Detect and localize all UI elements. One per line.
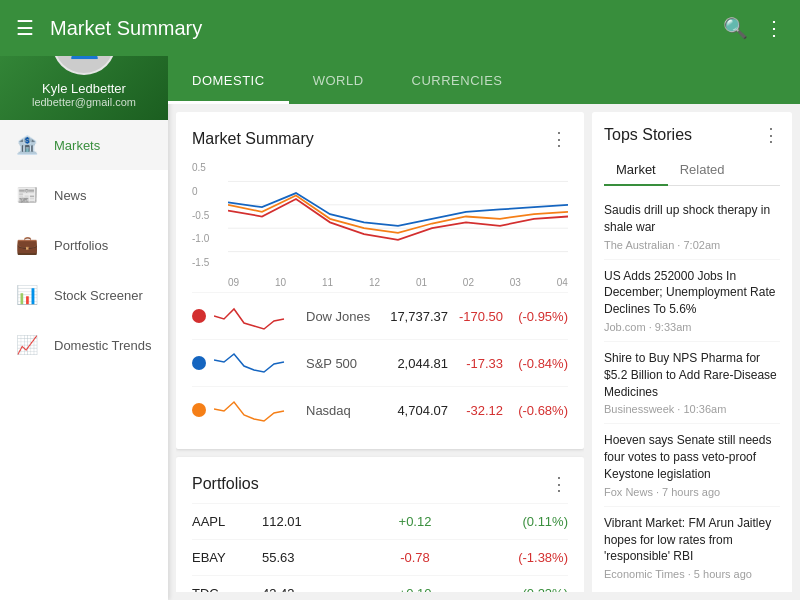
news-item[interactable]: Saudis drill up shock therapy in shale w…: [604, 194, 780, 260]
news-source: The Australian · 7:02am: [604, 239, 780, 251]
chart-container: 0.5 0 -0.5 -1.0 -1.5: [192, 158, 568, 288]
stock-pct: (-0.68%): [503, 403, 568, 418]
portfolio-price: 112.01: [262, 514, 332, 529]
market-summary-more[interactable]: ⋮: [550, 128, 568, 150]
stock-pct: (-0.84%): [503, 356, 568, 371]
portfolio-pct: (-1.38%): [498, 550, 568, 565]
tab-market[interactable]: Market: [604, 154, 668, 185]
market-summary-card: Market Summary ⋮ 0.5 0 -0.5 -1.0 -1.5: [176, 112, 584, 449]
sidebar-item-domestic-trends[interactable]: 📈 Domestic Trends: [0, 320, 168, 370]
news-source: Economic Times · 5 hours ago: [604, 568, 780, 580]
stock-pct: (-0.95%): [503, 309, 568, 324]
stock-sparkline: [214, 395, 294, 425]
news-title: Tops Stories: [604, 126, 692, 144]
trends-icon: 📈: [16, 334, 38, 356]
stock-change: -170.50: [448, 309, 503, 324]
search-icon[interactable]: 🔍: [723, 16, 748, 40]
sidebar-nav: 🏦 Markets 📰 News 💼 Portfolios 📊 Stock Sc…: [0, 120, 168, 600]
portfolio-change: +0.10: [332, 586, 498, 592]
screener-icon: 📊: [16, 284, 38, 306]
news-headline: Hoeven says Senate still needs four vote…: [604, 432, 780, 482]
markets-icon: 🏦: [16, 134, 38, 156]
portfolio-change: -0.78: [332, 550, 498, 565]
sidebar-item-stock-screener[interactable]: 📊 Stock Screener: [0, 270, 168, 320]
portfolio-ticker: EBAY: [192, 550, 262, 565]
news-items: Saudis drill up shock therapy in shale w…: [604, 194, 780, 588]
sidebar-item-label: Portfolios: [54, 238, 108, 253]
more-icon[interactable]: ⋮: [764, 16, 784, 40]
news-headline: Saudis drill up shock therapy in shale w…: [604, 202, 780, 236]
sidebar-item-label: News: [54, 188, 87, 203]
sidebar-item-portfolios[interactable]: 💼 Portfolios: [0, 220, 168, 270]
market-summary-header: Market Summary ⋮: [192, 128, 568, 150]
portfolio-row: EBAY 55.63 -0.78 (-1.38%): [192, 539, 568, 575]
tab-domestic[interactable]: DOMESTIC: [168, 56, 289, 104]
portfolio-ticker: AAPL: [192, 514, 262, 529]
portfolio-pct: (0.23%): [498, 586, 568, 592]
stock-rows: Dow Jones 17,737.37 -170.50 (-0.95%) S&P…: [192, 292, 568, 433]
sidebar: 👤 Kyle Ledbetter ledbetter@gmail.com 🏦 M…: [0, 0, 168, 600]
tabs-bar: DOMESTIC WORLD CURRENCIES: [168, 56, 800, 104]
profile-email: ledbetter@gmail.com: [32, 96, 136, 108]
news-headline: Shire to Buy NPS Pharma for $5.2 Billion…: [604, 350, 780, 400]
news-more[interactable]: ⋮: [762, 124, 780, 146]
news-header: Tops Stories ⋮: [604, 124, 780, 146]
stock-dot: [192, 403, 206, 417]
portfolio-price: 43.43: [262, 586, 332, 592]
portfolio-pct: (0.11%): [498, 514, 568, 529]
portfolio-row: AAPL 112.01 +0.12 (0.11%): [192, 503, 568, 539]
portfolios-icon: 💼: [16, 234, 38, 256]
tab-currencies[interactable]: CURRENCIES: [388, 56, 527, 104]
stock-change: -17.33: [448, 356, 503, 371]
tab-related[interactable]: Related: [668, 154, 737, 185]
tab-world[interactable]: WORLD: [289, 56, 388, 104]
news-source: Fox News · 7 hours ago: [604, 486, 780, 498]
stock-name: Nasdaq: [306, 403, 378, 418]
news-item[interactable]: Shire to Buy NPS Pharma for $5.2 Billion…: [604, 342, 780, 424]
portfolios-more[interactable]: ⋮: [550, 473, 568, 495]
sidebar-item-news[interactable]: 📰 News: [0, 170, 168, 220]
portfolio-rows: AAPL 112.01 +0.12 (0.11%) EBAY 55.63 -0.…: [192, 503, 568, 592]
news-headline: Vibrant Market: FM Arun Jaitley hopes fo…: [604, 515, 780, 565]
x-axis: 09 10 11 12 01 02 03 04: [228, 277, 568, 288]
portfolios-title: Portfolios: [192, 475, 259, 493]
news-item[interactable]: Hoeven says Senate still needs four vote…: [604, 424, 780, 506]
news-tabs: Market Related: [604, 154, 780, 186]
hamburger-icon[interactable]: ☰: [16, 16, 34, 40]
stock-row: S&P 500 2,044.81 -17.33 (-0.84%): [192, 339, 568, 386]
right-panel: Tops Stories ⋮ Market Related Saudis dri…: [592, 112, 792, 592]
chart-area: 09 10 11 12 01 02 03 04: [228, 158, 568, 288]
news-card: Tops Stories ⋮ Market Related Saudis dri…: [592, 112, 792, 592]
stock-dot: [192, 309, 206, 323]
portfolios-card: Portfolios ⋮ AAPL 112.01 +0.12 (0.11%) E…: [176, 457, 584, 592]
stock-price: 4,704.07: [378, 403, 448, 418]
news-headline: US Adds 252000 Jobs In December; Unemplo…: [604, 268, 780, 318]
news-item[interactable]: US Adds 252000 Jobs In December; Unemplo…: [604, 260, 780, 342]
stock-sparkline: [214, 301, 294, 331]
stock-name: Dow Jones: [306, 309, 378, 324]
chart-svg: [228, 158, 568, 275]
sidebar-item-markets[interactable]: 🏦 Markets: [0, 120, 168, 170]
header-actions: 🔍 ⋮: [723, 16, 784, 40]
news-source: Job.com · 9:33am: [604, 321, 780, 333]
stock-row: Dow Jones 17,737.37 -170.50 (-0.95%): [192, 292, 568, 339]
portfolio-ticker: TDC: [192, 586, 262, 592]
portfolio-price: 55.63: [262, 550, 332, 565]
news-icon: 📰: [16, 184, 38, 206]
header-title: Market Summary: [50, 17, 723, 40]
portfolios-header: Portfolios ⋮: [192, 473, 568, 495]
more-news-link[interactable]: MORE NEWS: [604, 588, 780, 592]
header: ☰ Market Summary 🔍 ⋮: [0, 0, 800, 56]
stock-price: 2,044.81: [378, 356, 448, 371]
stock-name: S&P 500: [306, 356, 378, 371]
sidebar-item-label: Stock Screener: [54, 288, 143, 303]
sidebar-item-label: Domestic Trends: [54, 338, 152, 353]
news-source: Businessweek · 10:36am: [604, 403, 780, 415]
portfolio-change: +0.12: [332, 514, 498, 529]
stock-price: 17,737.37: [378, 309, 448, 324]
stock-dot: [192, 356, 206, 370]
main-content: Market Summary ⋮ 0.5 0 -0.5 -1.0 -1.5: [168, 104, 800, 600]
stock-sparkline: [214, 348, 294, 378]
sidebar-item-label: Markets: [54, 138, 100, 153]
news-item[interactable]: Vibrant Market: FM Arun Jaitley hopes fo…: [604, 507, 780, 588]
